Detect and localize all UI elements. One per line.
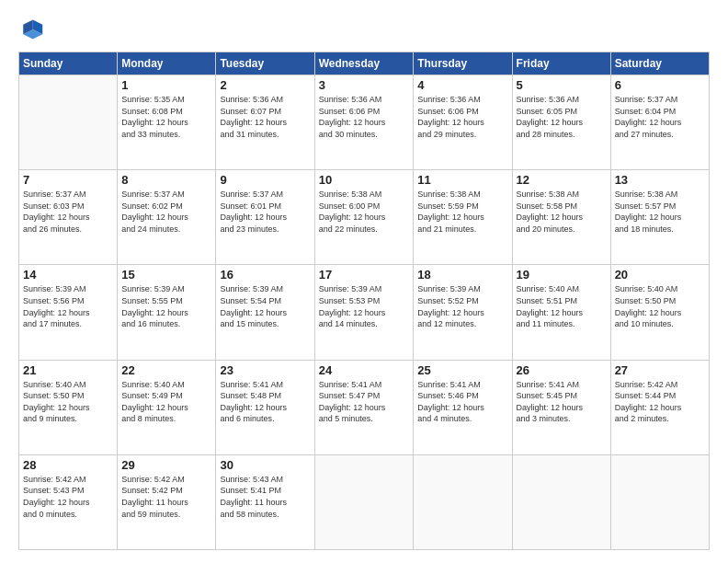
week-row-4: 21Sunrise: 5:40 AM Sunset: 5:50 PM Dayli… — [19, 360, 710, 454]
day-number: 17 — [319, 268, 410, 282]
day-info: Sunrise: 5:36 AM Sunset: 6:05 PM Dayligh… — [517, 94, 607, 140]
day-info: Sunrise: 5:40 AM Sunset: 5:50 PM Dayligh… — [615, 283, 705, 329]
day-info: Sunrise: 5:43 AM Sunset: 5:41 PM Dayligh… — [220, 474, 310, 520]
day-number: 19 — [517, 268, 607, 282]
weekday-header-monday: Monday — [118, 52, 216, 75]
day-cell: 2Sunrise: 5:36 AM Sunset: 6:07 PM Daylig… — [216, 75, 314, 170]
day-cell — [414, 454, 512, 549]
day-number: 10 — [319, 173, 410, 187]
day-info: Sunrise: 5:42 AM Sunset: 5:43 PM Dayligh… — [23, 474, 113, 520]
day-cell: 10Sunrise: 5:38 AM Sunset: 6:00 PM Dayli… — [314, 170, 414, 265]
day-number: 11 — [417, 173, 507, 187]
day-cell: 13Sunrise: 5:38 AM Sunset: 5:57 PM Dayli… — [610, 170, 709, 265]
day-number: 29 — [121, 458, 211, 472]
day-number: 26 — [517, 363, 607, 377]
day-number: 14 — [23, 268, 113, 282]
day-info: Sunrise: 5:39 AM Sunset: 5:56 PM Dayligh… — [23, 283, 113, 329]
weekday-header-sunday: Sunday — [19, 52, 118, 75]
day-number: 18 — [417, 268, 507, 282]
day-cell: 28Sunrise: 5:42 AM Sunset: 5:43 PM Dayli… — [19, 454, 118, 549]
day-number: 8 — [121, 173, 211, 187]
day-info: Sunrise: 5:40 AM Sunset: 5:50 PM Dayligh… — [23, 379, 113, 425]
day-cell: 18Sunrise: 5:39 AM Sunset: 5:52 PM Dayli… — [414, 265, 512, 360]
day-cell: 14Sunrise: 5:39 AM Sunset: 5:56 PM Dayli… — [19, 265, 118, 360]
week-row-1: 1Sunrise: 5:35 AM Sunset: 6:08 PM Daylig… — [19, 75, 710, 170]
day-cell: 16Sunrise: 5:39 AM Sunset: 5:54 PM Dayli… — [216, 265, 314, 360]
day-number: 4 — [417, 78, 507, 92]
day-cell: 3Sunrise: 5:36 AM Sunset: 6:06 PM Daylig… — [314, 75, 414, 170]
day-info: Sunrise: 5:41 AM Sunset: 5:46 PM Dayligh… — [417, 379, 507, 425]
day-cell: 26Sunrise: 5:41 AM Sunset: 5:45 PM Dayli… — [512, 360, 610, 454]
weekday-header-thursday: Thursday — [414, 52, 512, 75]
day-cell — [19, 75, 118, 170]
day-info: Sunrise: 5:39 AM Sunset: 5:52 PM Dayligh… — [417, 283, 507, 329]
weekday-header-tuesday: Tuesday — [216, 52, 314, 75]
day-info: Sunrise: 5:38 AM Sunset: 5:58 PM Dayligh… — [517, 189, 607, 235]
day-number: 16 — [220, 268, 310, 282]
day-number: 1 — [121, 78, 211, 92]
day-cell: 29Sunrise: 5:42 AM Sunset: 5:42 PM Dayli… — [118, 454, 216, 549]
day-cell: 6Sunrise: 5:37 AM Sunset: 6:04 PM Daylig… — [610, 75, 709, 170]
week-row-2: 7Sunrise: 5:37 AM Sunset: 6:03 PM Daylig… — [19, 170, 710, 265]
day-info: Sunrise: 5:42 AM Sunset: 5:44 PM Dayligh… — [615, 379, 705, 425]
day-info: Sunrise: 5:38 AM Sunset: 5:57 PM Dayligh… — [615, 189, 705, 235]
day-info: Sunrise: 5:37 AM Sunset: 6:02 PM Dayligh… — [121, 189, 211, 235]
day-number: 2 — [220, 78, 310, 92]
day-number: 30 — [220, 458, 310, 472]
day-cell — [610, 454, 709, 549]
day-cell: 7Sunrise: 5:37 AM Sunset: 6:03 PM Daylig… — [19, 170, 118, 265]
day-cell: 9Sunrise: 5:37 AM Sunset: 6:01 PM Daylig… — [216, 170, 314, 265]
day-cell: 11Sunrise: 5:38 AM Sunset: 5:59 PM Dayli… — [414, 170, 512, 265]
weekday-header-wednesday: Wednesday — [314, 52, 414, 75]
day-cell: 21Sunrise: 5:40 AM Sunset: 5:50 PM Dayli… — [19, 360, 118, 454]
day-number: 9 — [220, 173, 310, 187]
day-number: 20 — [615, 268, 705, 282]
day-cell: 15Sunrise: 5:39 AM Sunset: 5:55 PM Dayli… — [118, 265, 216, 360]
day-number: 12 — [517, 173, 607, 187]
day-cell: 12Sunrise: 5:38 AM Sunset: 5:58 PM Dayli… — [512, 170, 610, 265]
day-info: Sunrise: 5:36 AM Sunset: 6:06 PM Dayligh… — [319, 94, 410, 140]
day-cell: 30Sunrise: 5:43 AM Sunset: 5:41 PM Dayli… — [216, 454, 314, 549]
day-info: Sunrise: 5:41 AM Sunset: 5:47 PM Dayligh… — [319, 379, 410, 425]
day-number: 5 — [517, 78, 607, 92]
day-cell: 1Sunrise: 5:35 AM Sunset: 6:08 PM Daylig… — [118, 75, 216, 170]
day-number: 27 — [615, 363, 705, 377]
day-info: Sunrise: 5:36 AM Sunset: 6:06 PM Dayligh… — [417, 94, 507, 140]
day-info: Sunrise: 5:42 AM Sunset: 5:42 PM Dayligh… — [121, 474, 211, 520]
day-cell: 19Sunrise: 5:40 AM Sunset: 5:51 PM Dayli… — [512, 265, 610, 360]
day-number: 15 — [121, 268, 211, 282]
day-number: 22 — [121, 363, 211, 377]
day-cell: 5Sunrise: 5:36 AM Sunset: 6:05 PM Daylig… — [512, 75, 610, 170]
day-cell — [512, 454, 610, 549]
day-info: Sunrise: 5:36 AM Sunset: 6:07 PM Dayligh… — [220, 94, 310, 140]
day-number: 28 — [23, 458, 113, 472]
day-cell: 8Sunrise: 5:37 AM Sunset: 6:02 PM Daylig… — [118, 170, 216, 265]
day-number: 23 — [220, 363, 310, 377]
calendar: SundayMondayTuesdayWednesdayThursdayFrid… — [18, 52, 710, 550]
day-number: 25 — [417, 363, 507, 377]
logo — [18, 17, 48, 42]
day-number: 24 — [319, 363, 410, 377]
day-info: Sunrise: 5:39 AM Sunset: 5:53 PM Dayligh… — [319, 283, 410, 329]
day-cell — [314, 454, 414, 549]
header — [18, 17, 710, 42]
page: SundayMondayTuesdayWednesdayThursdayFrid… — [0, 0, 728, 563]
day-info: Sunrise: 5:41 AM Sunset: 5:48 PM Dayligh… — [220, 379, 310, 425]
day-number: 21 — [23, 363, 113, 377]
day-cell: 27Sunrise: 5:42 AM Sunset: 5:44 PM Dayli… — [610, 360, 709, 454]
day-cell: 24Sunrise: 5:41 AM Sunset: 5:47 PM Dayli… — [314, 360, 414, 454]
day-info: Sunrise: 5:41 AM Sunset: 5:45 PM Dayligh… — [517, 379, 607, 425]
day-info: Sunrise: 5:38 AM Sunset: 6:00 PM Dayligh… — [319, 189, 410, 235]
day-cell: 4Sunrise: 5:36 AM Sunset: 6:06 PM Daylig… — [414, 75, 512, 170]
day-cell: 23Sunrise: 5:41 AM Sunset: 5:48 PM Dayli… — [216, 360, 314, 454]
logo-icon — [18, 17, 44, 42]
day-info: Sunrise: 5:37 AM Sunset: 6:03 PM Dayligh… — [23, 189, 113, 235]
day-cell: 20Sunrise: 5:40 AM Sunset: 5:50 PM Dayli… — [610, 265, 709, 360]
week-row-5: 28Sunrise: 5:42 AM Sunset: 5:43 PM Dayli… — [19, 454, 710, 549]
day-cell: 17Sunrise: 5:39 AM Sunset: 5:53 PM Dayli… — [314, 265, 414, 360]
day-info: Sunrise: 5:39 AM Sunset: 5:54 PM Dayligh… — [220, 283, 310, 329]
day-info: Sunrise: 5:35 AM Sunset: 6:08 PM Dayligh… — [121, 94, 211, 140]
day-number: 3 — [319, 78, 410, 92]
weekday-header-saturday: Saturday — [610, 52, 709, 75]
day-info: Sunrise: 5:37 AM Sunset: 6:01 PM Dayligh… — [220, 189, 310, 235]
